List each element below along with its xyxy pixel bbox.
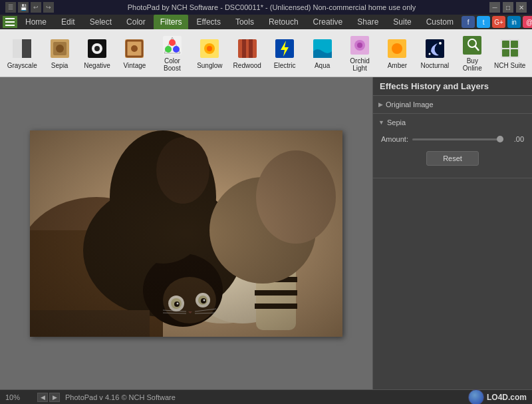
svg-point-29	[392, 43, 402, 54]
orchidlight-button[interactable]: Orchid Light	[342, 33, 378, 74]
twitter-icon[interactable]: t	[477, 16, 490, 28]
svg-point-5	[56, 45, 64, 53]
redwood-icon	[235, 37, 259, 61]
maximize-button[interactable]: □	[503, 2, 513, 13]
colorboost-icon	[160, 35, 184, 56]
svg-point-18	[207, 46, 212, 51]
ribbon-toolbar: Grayscale Sepia Negative Vintage Color B…	[0, 29, 532, 77]
tab-share[interactable]: Share	[350, 15, 385, 29]
zoom-level: 10%	[5, 393, 32, 401]
nav-buttons[interactable]: ◀ ▶	[37, 393, 60, 402]
tab-suite[interactable]: Suite	[386, 15, 418, 29]
colorboost-button[interactable]: Color Boost	[154, 33, 190, 74]
redwood-label: Redwood	[233, 62, 261, 69]
aqua-button[interactable]: Aqua	[304, 33, 340, 74]
tab-creative[interactable]: Creative	[307, 15, 350, 29]
nchsuite-label: NCH Suite	[494, 62, 525, 69]
sepia-section-header[interactable]: ▼ Sepia	[378, 116, 527, 128]
tab-tools[interactable]: Tools	[229, 15, 261, 29]
app-menu-icon[interactable]: ☰	[5, 2, 16, 13]
grayscale-button[interactable]: Grayscale	[4, 33, 40, 74]
amber-button[interactable]: Amber	[379, 33, 415, 74]
close-button[interactable]: ✕	[516, 2, 527, 13]
nchsuite-icon	[498, 37, 522, 61]
social-icons: f t G+ in @	[462, 16, 532, 28]
panel-title: Effects History and Layers	[373, 77, 532, 96]
grayscale-icon	[10, 37, 34, 61]
nocturnal-label: Nocturnal	[420, 62, 449, 69]
sepia-panel-body: Amount: .00 Reset	[378, 128, 527, 175]
lo4d-text: LO4D.com	[487, 393, 527, 402]
facebook-icon[interactable]: f	[462, 16, 475, 28]
instagram-icon[interactable]: @	[523, 16, 532, 28]
undo-icon[interactable]: ↩	[31, 2, 41, 13]
tab-effects[interactable]: Effects	[190, 15, 227, 29]
side-panel: Effects History and Layers ▶ Original Im…	[372, 77, 532, 389]
original-image-header[interactable]: ▶ Original Image	[378, 99, 527, 110]
google-icon[interactable]: G+	[492, 16, 505, 28]
sepia-label: Sepia	[51, 62, 68, 69]
quick-access-toolbar[interactable]: ☰ 💾 ↩ ↪	[5, 2, 54, 13]
sunglow-label: Sunglow	[197, 62, 222, 69]
svg-rect-19	[238, 39, 257, 58]
colorboost-label: Color Boost	[156, 57, 188, 72]
tab-home[interactable]: Home	[19, 15, 53, 29]
svg-rect-2	[22, 39, 31, 58]
nchsuite-button[interactable]: NCH Suite	[491, 33, 527, 74]
electric-button[interactable]: Electric	[267, 33, 303, 74]
vintage-button[interactable]: Vintage	[116, 33, 152, 74]
amount-slider[interactable]	[412, 138, 503, 140]
hamburger-menu[interactable]	[3, 16, 17, 28]
sunglow-button[interactable]: Sunglow	[192, 33, 227, 74]
sepia-button[interactable]: Sepia	[41, 33, 77, 74]
original-image-section: ▶ Original Image	[373, 96, 532, 114]
svg-point-11	[131, 45, 138, 52]
amount-label: Amount:	[381, 135, 408, 143]
tab-color[interactable]: Color	[120, 15, 152, 29]
next-button[interactable]: ▶	[49, 393, 60, 402]
vintage-label: Vintage	[124, 62, 146, 69]
redwood-button[interactable]: Redwood	[229, 33, 265, 74]
sepia-section-label: Sepia	[387, 118, 406, 126]
sepia-arrow-icon: ▼	[378, 119, 384, 126]
minimize-button[interactable]: ─	[489, 2, 500, 13]
sunglow-icon	[198, 37, 221, 61]
photo-frame	[30, 130, 342, 337]
svg-point-14	[165, 46, 172, 53]
svg-rect-70	[30, 130, 342, 337]
globe-icon	[468, 389, 484, 405]
orchidlight-icon	[348, 35, 372, 56]
tab-retouch[interactable]: Retouch	[262, 15, 305, 29]
svg-rect-21	[249, 39, 253, 58]
sepia-icon	[48, 37, 72, 61]
nocturnal-button[interactable]: Nocturnal	[417, 33, 453, 74]
svg-point-13	[169, 39, 176, 46]
menu-bar: Home Edit Select Color Filters Effects T…	[0, 15, 532, 29]
prev-button[interactable]: ◀	[37, 393, 48, 402]
aqua-icon	[311, 37, 334, 61]
amount-row: Amount: .00	[381, 132, 524, 146]
collapse-arrow-icon: ▶	[378, 101, 383, 108]
negative-button[interactable]: Negative	[79, 33, 115, 74]
tab-filters[interactable]: Filters	[154, 15, 189, 29]
redo-icon[interactable]: ↪	[43, 2, 54, 13]
slider-thumb	[497, 136, 503, 142]
svg-rect-20	[242, 39, 246, 58]
tab-select[interactable]: Select	[83, 15, 118, 29]
vintage-icon	[122, 37, 146, 61]
tab-custom[interactable]: Custom	[420, 15, 460, 29]
svg-point-8	[94, 46, 100, 51]
svg-rect-37	[502, 41, 509, 48]
reset-button[interactable]: Reset	[426, 151, 479, 166]
nocturnal-icon	[423, 37, 447, 61]
svg-point-27	[357, 43, 362, 48]
tab-edit[interactable]: Edit	[55, 15, 82, 29]
linkedin-icon[interactable]: in	[507, 16, 521, 28]
buyonline-label: Buy Online	[456, 57, 488, 72]
buyonline-button[interactable]: Buy Online	[454, 33, 490, 74]
amber-label: Amber	[388, 62, 407, 69]
grayscale-label: Grayscale	[7, 62, 37, 69]
window-controls[interactable]: ─ □ ✕	[489, 2, 527, 13]
save-icon[interactable]: 💾	[18, 2, 29, 13]
electric-label: Electric	[274, 62, 296, 69]
